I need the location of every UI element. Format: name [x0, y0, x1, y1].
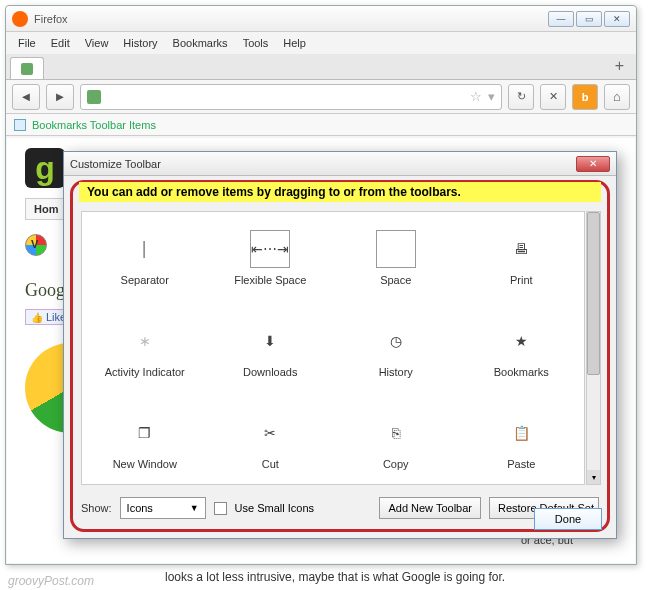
bookmarks-toolbar[interactable]: Bookmarks Toolbar Items — [6, 114, 636, 136]
scroll-down-icon[interactable]: ▾ — [587, 470, 600, 484]
page-text-bottom: looks a lot less intrusive, maybe that i… — [165, 570, 505, 584]
bookmarks-toolbar-label: Bookmarks Toolbar Items — [32, 119, 156, 131]
url-dropdown-icon[interactable]: ▾ — [488, 89, 495, 104]
window-titlebar[interactable]: Firefox — ▭ ✕ — [6, 6, 636, 32]
site-identity-icon[interactable] — [87, 90, 101, 104]
minimize-button[interactable]: — — [548, 11, 574, 27]
space-icon — [376, 230, 416, 268]
dialog-close-button[interactable]: ✕ — [576, 156, 610, 172]
item-separator[interactable]: │Separator — [82, 212, 208, 304]
new-tab-button[interactable]: + — [609, 57, 630, 75]
use-small-icons-checkbox[interactable] — [214, 502, 227, 515]
nav-home-link[interactable]: Hom — [25, 198, 67, 220]
page-text-fragment: V — [31, 238, 38, 250]
menu-help[interactable]: Help — [277, 35, 312, 51]
menu-edit[interactable]: Edit — [45, 35, 76, 51]
chevron-down-icon: ▼ — [190, 503, 199, 513]
customize-toolbar-dialog: Customize Toolbar ✕ You can add or remov… — [63, 151, 617, 539]
item-copy[interactable]: ⎘Copy — [333, 396, 459, 485]
print-icon: 🖶 — [501, 230, 541, 268]
scrollbar-thumb[interactable] — [587, 212, 600, 375]
done-button[interactable]: Done — [534, 508, 602, 530]
menubar: File Edit View History Bookmarks Tools H… — [6, 32, 636, 54]
tabbar: + — [6, 54, 636, 80]
show-mode-select[interactable]: Icons ▼ — [120, 497, 206, 519]
menu-file[interactable]: File — [12, 35, 42, 51]
browser-tab[interactable] — [10, 57, 44, 79]
item-bookmarks[interactable]: ★Bookmarks — [459, 304, 585, 396]
add-new-toolbar-button[interactable]: Add New Toolbar — [379, 497, 481, 519]
annotation-highlight: You can add or remove items by dragging … — [70, 180, 610, 532]
window-title: Firefox — [34, 13, 548, 25]
item-downloads[interactable]: ⬇Downloads — [208, 304, 334, 396]
bookmarks-toolbar-icon — [14, 119, 26, 131]
bookmarks-icon: ★ — [501, 322, 541, 360]
url-bar[interactable]: ☆ ▾ — [80, 84, 502, 110]
item-flexible-space[interactable]: ⇤⋯⇥Flexible Space — [208, 212, 334, 304]
use-small-icons-label[interactable]: Use Small Icons — [235, 502, 314, 514]
item-cut[interactable]: ✂Cut — [208, 396, 334, 485]
item-new-window[interactable]: ❐New Window — [82, 396, 208, 485]
item-space[interactable]: Space — [333, 212, 459, 304]
search-engine-button[interactable]: b — [572, 84, 598, 110]
forward-button[interactable]: ► — [46, 84, 74, 110]
bookmark-star-icon[interactable]: ☆ — [470, 89, 482, 104]
back-button[interactable]: ◄ — [12, 84, 40, 110]
firefox-icon — [12, 11, 28, 27]
stop-button[interactable]: ✕ — [540, 84, 566, 110]
paste-icon: 📋 — [501, 414, 541, 452]
activity-indicator-icon: ∗ — [125, 322, 165, 360]
menu-history[interactable]: History — [117, 35, 163, 51]
item-history[interactable]: ◷History — [333, 304, 459, 396]
tab-favicon — [21, 63, 33, 75]
dialog-bottom-row: Show: Icons ▼ Use Small Icons Add New To… — [81, 493, 599, 523]
show-mode-value: Icons — [127, 502, 153, 514]
dialog-title: Customize Toolbar — [70, 158, 576, 170]
navigation-toolbar: ◄ ► ☆ ▾ ↻ ✕ b ⌂ — [6, 80, 636, 114]
separator-icon: │ — [125, 230, 165, 268]
menu-view[interactable]: View — [79, 35, 115, 51]
menu-tools[interactable]: Tools — [237, 35, 275, 51]
show-label: Show: — [81, 502, 112, 514]
toolbar-items-palette[interactable]: │Separator ⇤⋯⇥Flexible Space Space 🖶Prin… — [81, 211, 585, 485]
palette-scrollbar[interactable]: ▾ — [586, 211, 601, 485]
window-controls: — ▭ ✕ — [548, 11, 630, 27]
dialog-instruction: You can add or remove items by dragging … — [79, 182, 601, 202]
downloads-icon: ⬇ — [250, 322, 290, 360]
flexible-space-icon: ⇤⋯⇥ — [250, 230, 290, 268]
item-paste[interactable]: 📋Paste — [459, 396, 585, 485]
dialog-titlebar[interactable]: Customize Toolbar ✕ — [64, 152, 616, 176]
watermark-text: groovyPost.com — [8, 574, 94, 588]
item-activity-indicator[interactable]: ∗Activity Indicator — [82, 304, 208, 396]
close-window-button[interactable]: ✕ — [604, 11, 630, 27]
maximize-button[interactable]: ▭ — [576, 11, 602, 27]
logo-glyph: g — [25, 148, 65, 188]
item-print[interactable]: 🖶Print — [459, 212, 585, 304]
copy-icon: ⎘ — [376, 414, 416, 452]
history-icon: ◷ — [376, 322, 416, 360]
menu-bookmarks[interactable]: Bookmarks — [167, 35, 234, 51]
cut-icon: ✂ — [250, 414, 290, 452]
new-window-icon: ❐ — [125, 414, 165, 452]
home-button[interactable]: ⌂ — [604, 84, 630, 110]
reload-button[interactable]: ↻ — [508, 84, 534, 110]
items-grid: │Separator ⇤⋯⇥Flexible Space Space 🖶Prin… — [82, 212, 584, 485]
